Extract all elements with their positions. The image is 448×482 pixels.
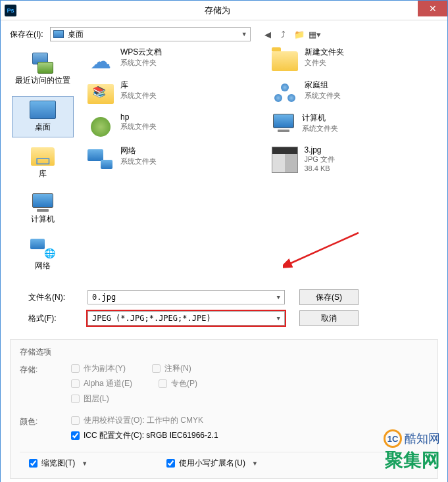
library-icon bbox=[87, 84, 114, 104]
file-list: ☁ WPS云文档系统文件夹 新建文件夹文件夹 库系统文件夹 家庭组系统文件夹 bbox=[76, 47, 438, 276]
chevron-down-icon: ▼ bbox=[241, 31, 247, 37]
close-button[interactable]: ✕ bbox=[418, 1, 447, 16]
save-options-panel: 存储选项 存储: 作为副本(Y) 注释(N) Alpha 通道(E) 专色(P)… bbox=[10, 339, 438, 479]
chevron-down-icon: ▼ bbox=[252, 460, 258, 467]
photoshop-icon: Ps bbox=[5, 5, 16, 16]
desktop-icon bbox=[53, 30, 64, 38]
list-item[interactable]: ☁ WPS云文档系统文件夹 bbox=[86, 47, 255, 76]
list-item[interactable]: 网络系统文件夹 bbox=[86, 145, 255, 174]
options-header: 存储选项 bbox=[20, 347, 428, 358]
back-icon[interactable]: ◀ bbox=[262, 29, 273, 39]
cancel-button[interactable]: 取消 bbox=[299, 310, 359, 326]
new-folder-icon[interactable]: 📁 bbox=[294, 29, 305, 39]
user-icon bbox=[87, 114, 114, 139]
save-section-label: 存储: bbox=[20, 363, 71, 408]
icc-profile-checkbox[interactable]: ICC 配置文件(C): sRGB IEC61966-2.1 bbox=[71, 430, 218, 441]
titlebar: Ps 存储为 ✕ bbox=[1, 1, 447, 20]
color-section-label: 颜色: bbox=[20, 415, 71, 445]
sidebar-item-recent[interactable]: 最近访问的位置 bbox=[12, 49, 74, 91]
location-toolbar: 保存在(I): 桌面 ▼ ◀ ⤴ 📁 ▦▾ bbox=[1, 20, 447, 47]
desktop-monitor-icon bbox=[30, 101, 56, 119]
list-item[interactable]: 家庭组系统文件夹 bbox=[270, 80, 439, 108]
window-title: 存储为 bbox=[16, 5, 418, 16]
pc-icon bbox=[270, 112, 297, 133]
chevron-down-icon: ▼ bbox=[82, 460, 87, 467]
list-item[interactable]: 新建文件夹文件夹 bbox=[270, 47, 439, 76]
filename-label: 文件名(N): bbox=[10, 292, 82, 303]
up-icon[interactable]: ⤴ bbox=[278, 29, 289, 39]
location-value: 桌面 bbox=[68, 29, 84, 40]
sidebar-item-computer[interactable]: 计算机 bbox=[12, 189, 74, 229]
folder-icon bbox=[272, 51, 298, 71]
places-sidebar: 最近访问的位置 桌面 库 计算机 网络 bbox=[10, 47, 76, 276]
filename-fields: 文件名(N): 0.jpg ▼ 保存(S) 格式(F): JPEG (*.JPG… bbox=[1, 283, 447, 335]
toolbar-icons: ◀ ⤴ 📁 ▦▾ bbox=[262, 29, 320, 39]
layers-checkbox[interactable]: 图层(L) bbox=[71, 393, 109, 404]
chevron-down-icon: ▼ bbox=[277, 315, 280, 322]
view-menu-icon[interactable]: ▦▾ bbox=[310, 29, 320, 39]
recent-icon bbox=[30, 53, 56, 74]
watermark-logo-icon: 1C bbox=[384, 429, 402, 448]
format-label: 格式(F): bbox=[10, 313, 82, 324]
watermark-kuzhi: 1C 酷知网 bbox=[384, 429, 440, 448]
proof-checkbox[interactable]: 使用校样设置(O): 工作中的 CMYK bbox=[71, 415, 203, 426]
list-item[interactable]: 计算机系统文件夹 bbox=[270, 112, 439, 141]
cloud-icon: ☁ bbox=[87, 51, 114, 71]
thumbnail-checkbox[interactable]: 缩览图(T)▼ bbox=[29, 458, 87, 469]
watermark-juji: 聚集网 bbox=[385, 448, 440, 473]
sidebar-item-desktop[interactable]: 桌面 bbox=[12, 96, 74, 137]
save-as-dialog: Ps 存储为 ✕ 保存在(I): 桌面 ▼ ◀ ⤴ 📁 ▦▾ 最近访问的位置 桌… bbox=[0, 0, 448, 482]
chevron-down-icon: ▼ bbox=[277, 294, 280, 301]
location-combobox[interactable]: 桌面 ▼ bbox=[50, 27, 251, 41]
network-item-icon bbox=[87, 149, 114, 170]
image-file-icon bbox=[272, 147, 298, 173]
sidebar-item-libraries[interactable]: 库 bbox=[12, 143, 74, 184]
filename-input[interactable]: 0.jpg ▼ bbox=[87, 290, 285, 304]
libraries-icon bbox=[31, 147, 55, 166]
save-in-label: 保存在(I): bbox=[10, 29, 43, 40]
format-combobox[interactable]: JPEG (*.JPG;*.JPEG;*.JPE) ▼ bbox=[87, 311, 285, 325]
alpha-checkbox[interactable]: Alpha 通道(E) bbox=[71, 378, 132, 389]
network-icon bbox=[30, 239, 55, 258]
list-item[interactable]: 3.jpgJPG 文件38.4 KB bbox=[270, 145, 439, 174]
list-item[interactable]: 库系统文件夹 bbox=[86, 80, 255, 108]
lowercase-ext-checkbox[interactable]: 使用小写扩展名(U)▼ bbox=[166, 458, 258, 469]
homegroup-icon bbox=[272, 84, 298, 105]
computer-icon bbox=[31, 193, 55, 212]
sidebar-item-network[interactable]: 网络 bbox=[12, 235, 74, 276]
spot-checkbox[interactable]: 专色(P) bbox=[159, 378, 197, 389]
save-button[interactable]: 保存(S) bbox=[299, 289, 359, 305]
list-item[interactable]: hp系统文件夹 bbox=[86, 112, 255, 141]
notes-checkbox[interactable]: 注释(N) bbox=[152, 363, 191, 374]
as-copy-checkbox[interactable]: 作为副本(Y) bbox=[71, 363, 126, 374]
